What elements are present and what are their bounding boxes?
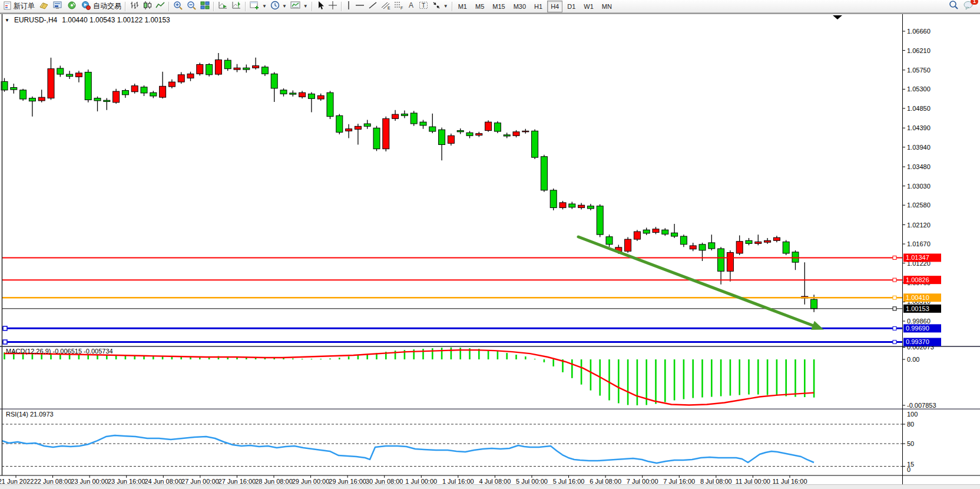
price-tick-label: 1.06210 [907, 47, 931, 54]
candlestick-mode-button[interactable] [141, 1, 154, 12]
vertical-line-icon [346, 1, 352, 12]
candle-body [261, 67, 268, 74]
timeframe-button-w1[interactable]: W1 [580, 1, 597, 12]
bar-chart-mode-button[interactable] [128, 1, 141, 12]
chart-title-marker[interactable]: ▼ [5, 18, 9, 23]
auto-scroll-button[interactable] [216, 1, 230, 12]
line-end-marker[interactable] [893, 307, 896, 310]
chart-shift-button[interactable] [230, 1, 243, 12]
fibonacci-tool-button[interactable]: F [392, 1, 405, 12]
price-badge: 1.00826 [903, 276, 941, 284]
chart-canvas[interactable]: 1.066601.062101.057501.053001.048501.043… [0, 13, 980, 484]
chart-symbol-period: EURUSD-,H4 [14, 16, 57, 24]
line-end-marker[interactable] [893, 256, 896, 259]
template-button[interactable]: ▼ [289, 1, 310, 12]
auto-trading-button[interactable]: 自动交易 [79, 1, 123, 12]
svg-text:1.00826: 1.00826 [906, 276, 929, 283]
candle-body [364, 124, 370, 126]
candle-body [783, 242, 789, 253]
timeframe-button-h1[interactable]: H1 [531, 1, 546, 12]
text-tool-button[interactable]: A [405, 1, 417, 12]
new-chart-button[interactable]: ▼ [248, 1, 269, 12]
candle-body [597, 206, 603, 234]
rsi-scale-label: 80 [907, 421, 914, 428]
candle-body [20, 90, 27, 99]
candle-body [280, 90, 287, 94]
toolbar-separator [125, 2, 126, 11]
candle-body [559, 203, 566, 208]
time-tick-label: 30 Jun 08:00 [366, 478, 403, 484]
signals-button[interactable] [65, 1, 79, 12]
candle-body [57, 68, 64, 74]
timeframe-button-d1[interactable]: D1 [564, 1, 579, 12]
timeframe-button-m15[interactable]: M15 [489, 1, 508, 12]
candle-body [67, 74, 73, 77]
market-watch-button[interactable] [37, 1, 51, 12]
line-end-marker[interactable] [893, 296, 896, 299]
line-end-marker[interactable] [893, 340, 896, 343]
candle-body [206, 64, 213, 74]
candle-body [773, 237, 780, 240]
timeframe-button-mn[interactable]: MN [598, 1, 615, 12]
price-tick-label: 1.02120 [907, 222, 931, 229]
line-chart-mode-button[interactable] [154, 1, 167, 12]
candle-body [187, 74, 194, 78]
candle-body [634, 232, 640, 239]
chevron-down-icon: ▼ [262, 4, 267, 9]
cursor-tool-button[interactable] [314, 1, 326, 12]
new-chart-icon [250, 1, 260, 12]
terminal-panel-button[interactable] [51, 1, 65, 12]
zoom-out-button[interactable] [185, 1, 198, 12]
horizontal-line-tool-button[interactable] [353, 1, 366, 12]
candle-body [150, 92, 157, 96]
time-tick-label: 1 Jul 00:00 [405, 478, 437, 484]
price-badge: 1.01347 [903, 253, 941, 262]
candle-body [578, 205, 585, 207]
period-button[interactable]: ▼ [269, 1, 289, 12]
candle-body [290, 93, 296, 94]
candle-body [215, 60, 221, 74]
candle-body [643, 230, 650, 233]
label-tool-button[interactable]: T [417, 1, 430, 12]
candle-body [485, 122, 492, 130]
candle-body [355, 126, 361, 129]
zoom-in-button[interactable] [171, 1, 185, 12]
candle-body [439, 130, 445, 144]
notifications-button[interactable]: 1 [964, 1, 974, 12]
new-order-button[interactable]: 新订单 [1, 1, 37, 12]
candle-body [160, 86, 166, 97]
toolbar-separator [312, 2, 313, 11]
line-handle[interactable] [3, 326, 7, 331]
search-icon[interactable] [949, 0, 959, 12]
timeframe-button-m30[interactable]: M30 [510, 1, 529, 12]
crosshair-tool-button[interactable] [326, 1, 339, 12]
timeframe-button-m5[interactable]: M5 [472, 1, 488, 12]
candle-body [317, 95, 324, 99]
time-tick-label: 1 Jul 16:00 [442, 478, 474, 484]
zoom-out-icon [187, 1, 197, 12]
line-end-marker[interactable] [893, 278, 896, 282]
arrows-tool-button[interactable]: ▼ [430, 1, 450, 12]
candle-body [513, 132, 519, 136]
vertical-line-tool-button[interactable] [344, 1, 353, 12]
line-end-marker[interactable] [893, 326, 896, 330]
status-strip [0, 484, 980, 489]
auto-trading-label: 自动交易 [93, 1, 121, 11]
tile-windows-button[interactable] [198, 1, 211, 12]
pane-separator[interactable] [0, 409, 980, 410]
candle-body [476, 134, 482, 136]
candle-body [429, 127, 436, 131]
line-handle[interactable] [3, 340, 7, 344]
pane-separator[interactable] [0, 346, 980, 347]
timeframe-button-m1[interactable]: M1 [455, 1, 471, 12]
candle-body [271, 74, 277, 88]
fibonacci-icon: F [394, 1, 403, 12]
timeframe-button-h4[interactable]: H4 [547, 1, 562, 12]
candle-body [625, 239, 631, 251]
price-tick-label: 1.04390 [907, 124, 931, 131]
trendline-icon [368, 1, 378, 12]
svg-text:A: A [409, 1, 413, 9]
channel-tool-button[interactable]: E [379, 1, 392, 12]
trendline-tool-button[interactable] [366, 1, 379, 12]
market-watch-icon [38, 1, 49, 12]
